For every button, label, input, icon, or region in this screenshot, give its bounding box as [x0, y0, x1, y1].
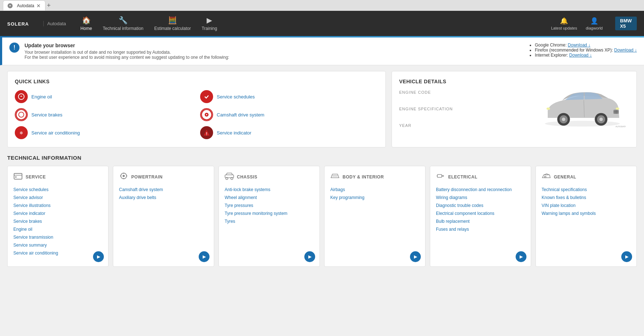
play-icon: ▶	[207, 16, 212, 25]
logo-area: SOLERA Autodata	[7, 18, 66, 30]
nav-estimate-label: Estimate calculator	[154, 26, 191, 31]
link-engine-oil[interactable]: Engine oil	[13, 227, 102, 232]
tech-card-chassis-title: CHASSIS	[237, 174, 257, 180]
quick-link-camshaft[interactable]: Camshaft drive system	[200, 108, 378, 121]
link-tyre-pressures[interactable]: Tyre pressures	[225, 203, 314, 208]
chassis-card-icon	[225, 172, 234, 182]
vehicle-details-info: VEHICLE DETAILS ENGINE CODE ENGINE SPECI…	[399, 79, 528, 140]
quick-links-grid: Engine oil Service schedules Service bra…	[15, 90, 378, 139]
link-known-fixes[interactable]: Known fixes & bulletins	[542, 195, 631, 200]
engine-oil-label: Engine oil	[31, 94, 52, 100]
service-indicator-label: Service indicator	[217, 130, 251, 136]
link-key-programming[interactable]: Key programming	[330, 195, 419, 200]
link-abs[interactable]: Anti-lock brake systems	[225, 187, 314, 192]
nav-diagworld[interactable]: 👤 diagworld	[586, 17, 603, 30]
svg-point-30	[123, 175, 125, 177]
svg-text:AUTODATA: AUTODATA	[616, 125, 626, 128]
alert-links: Google Chrome: Download ↓ Firefox (recom…	[528, 43, 637, 58]
electrical-card-play-button[interactable]: ▶	[516, 251, 526, 262]
vehicle-badge[interactable]: BMW X5	[615, 17, 637, 30]
link-camshaft[interactable]: Camshaft drive system	[119, 187, 208, 192]
alert-body: Your browser installation is out of date…	[25, 50, 522, 60]
svg-rect-43	[544, 176, 546, 178]
link-bulb[interactable]: Bulb replacement	[436, 219, 525, 224]
logo: SOLERA	[7, 18, 40, 30]
bell-icon: 🔔	[560, 17, 568, 25]
tech-cards-grid: SERVICE Service schedules Service adviso…	[7, 166, 637, 267]
link-service-illustrations[interactable]: Service illustrations	[13, 203, 102, 208]
chassis-card-play-button[interactable]: ▶	[304, 251, 315, 262]
alert-link-firefox: Firefox (recommended for Windows XP): Do…	[535, 48, 637, 53]
svg-point-15	[562, 118, 565, 121]
tech-card-chassis-header: CHASSIS	[225, 172, 314, 182]
tech-card-body: BODY & INTERIOR Airbags Key programming …	[324, 166, 425, 267]
ie-download-link[interactable]: Download ↓	[569, 53, 592, 58]
link-service-advisor[interactable]: Service advisor	[13, 195, 102, 200]
service-brakes-icon	[15, 108, 28, 121]
link-wiring[interactable]: Wiring diagrams	[436, 195, 525, 200]
link-tpms[interactable]: Tyre pressure monitoring system	[225, 211, 314, 216]
svg-text:!: !	[206, 132, 207, 136]
nav-item-training[interactable]: ▶ Training	[202, 16, 217, 31]
link-service-summary[interactable]: Service summary	[13, 243, 102, 248]
tab-close-button[interactable]: ✕	[36, 3, 41, 9]
quick-link-service-air[interactable]: ❄ Service air conditioning	[15, 126, 193, 139]
quick-link-service-schedules[interactable]: Service schedules	[200, 90, 378, 103]
powertrain-card-play-button[interactable]: ▶	[199, 251, 209, 262]
service-schedules-label: Service schedules	[217, 94, 255, 100]
firefox-download-link[interactable]: Download ↓	[614, 48, 637, 53]
camshaft-label: Camshaft drive system	[217, 112, 264, 118]
link-vin-plate[interactable]: VIN plate location	[542, 203, 631, 208]
link-warning-lamps[interactable]: Warning lamps and symbols	[542, 211, 631, 216]
link-tyres[interactable]: Tyres	[225, 219, 314, 224]
service-indicator-icon: !	[200, 126, 213, 139]
link-auxiliary[interactable]: Auxiliary drive belts	[119, 195, 208, 200]
quick-link-service-indicator[interactable]: ! Service indicator	[200, 126, 378, 139]
service-brakes-label: Service brakes	[31, 112, 62, 118]
link-airbags[interactable]: Airbags	[330, 187, 419, 192]
service-card-play-button[interactable]: ▶	[93, 251, 104, 262]
tech-card-body-header: BODY & INTERIOR	[330, 172, 419, 182]
link-service-air-conditioning[interactable]: Service air conditioning	[13, 251, 102, 256]
logo-sub: Autodata	[43, 21, 66, 26]
link-tech-specs[interactable]: Technical specifications	[542, 187, 631, 192]
tech-card-chassis: CHASSIS Anti-lock brake systems Wheel al…	[219, 166, 320, 267]
tab-label: Autodata	[17, 3, 34, 8]
nav-diagworld-label: diagworld	[586, 26, 603, 30]
link-fuses[interactable]: Fuses and relays	[436, 227, 525, 232]
new-tab-button[interactable]: +	[47, 2, 51, 9]
nav-item-home[interactable]: 🏠 Home	[80, 16, 92, 31]
chrome-download-link[interactable]: Download ↓	[568, 43, 591, 48]
service-air-icon: ❄	[15, 126, 28, 139]
general-card-play-button[interactable]: ▶	[621, 251, 632, 262]
link-service-brakes[interactable]: Service brakes	[13, 219, 102, 224]
home-icon: 🏠	[82, 16, 91, 25]
link-service-schedules[interactable]: Service schedules	[13, 187, 102, 192]
tech-card-powertrain: POWERTRAIN Camshaft drive system Auxilia…	[113, 166, 214, 267]
user-icon: 👤	[590, 17, 598, 25]
nav-item-estimate[interactable]: 🧮 Estimate calculator	[154, 16, 191, 31]
wrench-icon: 🔧	[119, 16, 128, 25]
quick-link-engine-oil[interactable]: Engine oil	[15, 90, 193, 103]
nav-updates-label: Latest updates	[551, 26, 577, 30]
body-card-play-button[interactable]: ▶	[410, 251, 421, 262]
body-card-icon	[330, 172, 340, 182]
alert-banner: ! Update your browser Your browser insta…	[0, 37, 644, 65]
vehicle-detail-year: YEAR	[399, 123, 528, 134]
link-wheel-alignment[interactable]: Wheel alignment	[225, 195, 314, 200]
svg-text:SOLERA: SOLERA	[7, 21, 29, 27]
link-service-transmission[interactable]: Service transmission	[13, 235, 102, 240]
link-dtc[interactable]: Diagnostic trouble codes	[436, 203, 525, 208]
nav-updates[interactable]: 🔔 Latest updates	[551, 17, 577, 30]
link-component-locations[interactable]: Electrical component locations	[436, 211, 525, 216]
svg-text:❄: ❄	[19, 131, 23, 136]
svg-point-2	[203, 93, 210, 100]
nav-home-label: Home	[80, 26, 92, 31]
svg-point-12	[545, 121, 620, 127]
link-battery[interactable]: Battery disconnection and reconnection	[436, 187, 525, 192]
link-service-indicator[interactable]: Service indicator	[13, 211, 102, 216]
nav-item-technical[interactable]: 🔧 Technical information	[103, 16, 144, 31]
powertrain-card-icon	[119, 172, 128, 182]
browser-tab[interactable]: ● Autodata ✕	[3, 0, 45, 10]
quick-link-service-brakes[interactable]: Service brakes	[15, 108, 193, 121]
